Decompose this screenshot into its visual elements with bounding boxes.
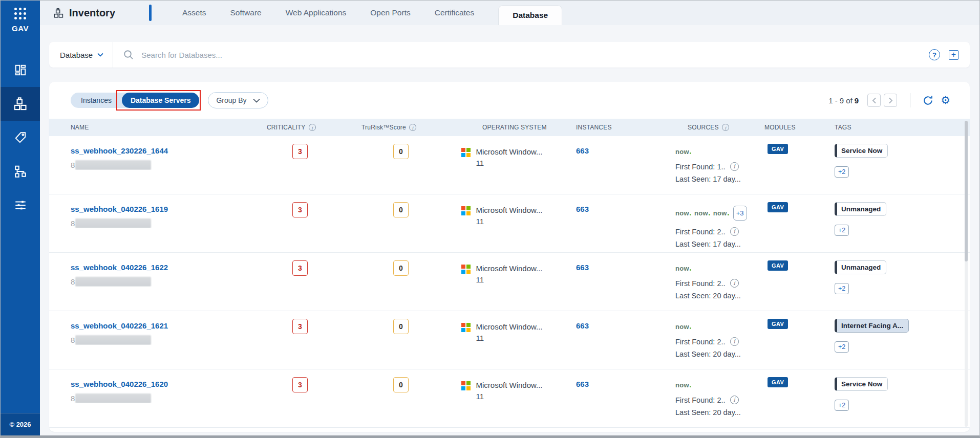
module-badge: GAV [768,319,788,329]
microsoft-logo-icon [461,323,471,344]
microsoft-logo-icon [461,381,471,402]
module-badge: GAV [768,202,788,212]
more-sources-badge[interactable]: +3 [733,206,747,221]
source-logos: now [675,147,763,156]
redaction-blur [75,335,151,345]
masked-prefix: 8 [71,277,75,286]
info-icon[interactable]: i [409,124,416,131]
vertical-scrollbar[interactable] [965,121,968,427]
tab-assets[interactable]: Assets [182,8,206,17]
trurisk-score-badge: 0 [393,377,409,392]
masked-hostname: 8 [71,160,262,170]
column-header-tags[interactable]: TAGS [829,124,970,131]
table-header: NAME CRITICALITYi TruRisk™Scorei OPERATI… [49,119,970,136]
info-icon[interactable]: i [722,124,729,131]
title-divider [149,5,152,21]
info-icon[interactable]: i [730,279,739,288]
instances-count-link[interactable]: 663 [576,263,589,272]
app-launcher-icon[interactable] [14,8,26,19]
tab-database[interactable]: Database [498,5,562,25]
tab-web-applications[interactable]: Web Applications [286,8,347,17]
more-tags-badge[interactable]: +2 [835,283,849,294]
instances-count-link[interactable]: 663 [576,146,589,155]
redaction-blur [75,277,151,287]
info-icon[interactable]: i [730,396,739,404]
info-icon[interactable]: i [730,337,739,346]
server-name-link[interactable]: ss_webhook_040226_1622 [71,263,168,272]
tag-pill[interactable]: Service Now [835,377,888,391]
table-toolbar: Instances Database Servers Group By 1 - … [49,82,970,119]
table-row: ss_webhook_040226_1622 8 3 0 Microsoft W… [49,253,970,311]
server-name-link[interactable]: ss_webhook_040226_1620 [71,380,168,388]
server-name-link[interactable]: ss_webhook_040226_1619 [71,205,168,213]
tag-pill[interactable]: Unmanaged [835,260,886,274]
column-header-sources[interactable]: SOURCESi [671,124,763,131]
column-header-criticality[interactable]: CRITICALITYi [267,124,361,131]
more-tags-badge[interactable]: +2 [835,400,849,411]
column-header-instances[interactable]: INSTANCES [576,124,671,131]
tab-open-ports[interactable]: Open Ports [370,8,410,17]
network-icon [14,165,27,178]
search-input[interactable] [134,51,929,59]
sidebar-nav [1,53,40,222]
info-icon[interactable]: i [730,162,739,171]
sidebar-item-inventory[interactable] [1,87,40,121]
microsoft-logo-icon [461,148,471,169]
more-tags-badge[interactable]: +2 [835,341,849,353]
last-seen: Last Seen: 17 day... [675,175,763,183]
tag-pill[interactable]: Internet Facing A... [835,319,909,333]
column-header-name[interactable]: NAME [49,124,267,131]
more-tags-badge[interactable]: +2 [835,166,849,178]
instances-count-link[interactable]: 663 [576,321,589,330]
first-found: First Found: 2..i [675,227,763,236]
trurisk-score-badge: 0 [393,202,409,217]
next-page-button[interactable] [884,94,897,107]
divider [910,93,910,107]
masked-prefix: 8 [71,219,75,228]
group-by-label: Group By [216,96,246,104]
gav-logo[interactable]: GAV [1,1,40,33]
tag-pill[interactable]: Service Now [835,144,888,158]
gear-icon[interactable]: ⚙ [941,95,950,106]
help-icon[interactable]: ? [929,49,940,60]
sidebar-item-tags[interactable] [1,121,40,155]
search-scope-dropdown[interactable]: Database [49,51,103,59]
refresh-icon[interactable] [922,95,934,106]
sidebar-item-dashboard[interactable] [1,53,40,87]
sidebar-item-network[interactable] [1,155,40,188]
column-header-modules[interactable]: MODULES [763,124,829,131]
add-icon[interactable]: + [949,50,958,60]
instances-count-link[interactable]: 663 [576,380,589,388]
masked-hostname: 8 [71,218,262,228]
last-seen: Last Seen: 17 day... [675,240,763,248]
scrollbar-thumb[interactable] [965,121,968,261]
table-row: ss_webhook_040226_1620 8 3 0 Microsoft W… [49,369,970,428]
column-header-operating-system[interactable]: OPERATING SYSTEM [461,124,576,131]
tab-certificates[interactable]: Certificates [435,8,475,17]
server-name-link[interactable]: ss_webhook_040226_1621 [71,321,168,330]
source-logos: now [675,322,763,331]
pagination-total: 9 [855,96,859,105]
sidebar-item-configuration[interactable] [1,188,40,222]
server-name-link[interactable]: ss_webhook_230226_1644 [71,146,168,155]
table-row: ss_webhook_040226_1619 8 3 0 Microsoft W… [49,194,970,253]
last-seen: Last Seen: 20 day... [675,408,763,417]
tab-software[interactable]: Software [230,8,262,17]
redaction-blur [75,218,151,228]
column-header-trurisk-score[interactable]: TruRisk™Scorei [361,124,461,131]
source-logos: nownownow+3 [675,206,763,221]
page-title: Inventory [69,7,115,19]
previous-page-button[interactable] [867,94,881,107]
tag-pill[interactable]: Unmanaged [835,202,886,216]
criticality-badge: 3 [292,377,308,392]
instances-count-link[interactable]: 663 [576,205,589,213]
more-tags-badge[interactable]: +2 [835,225,849,236]
redaction-blur [75,393,151,403]
database-servers-view-button[interactable]: Database Servers [122,93,200,108]
info-icon[interactable]: i [730,227,739,236]
info-icon[interactable]: i [309,124,316,131]
database-servers-label: Database Servers [131,96,191,104]
instances-view-button[interactable]: Instances [71,93,122,108]
group-by-dropdown[interactable]: Group By [208,92,268,108]
copyright: © 2026 [1,413,40,435]
